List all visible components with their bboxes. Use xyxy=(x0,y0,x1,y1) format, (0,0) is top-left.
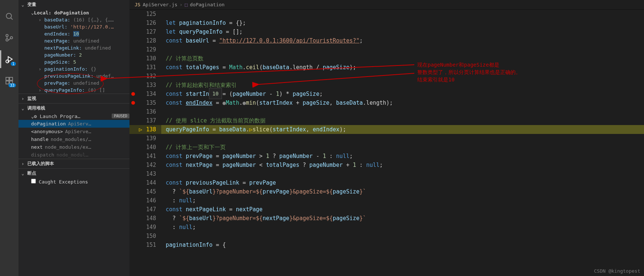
variable-row[interactable]: baseUrl: 'http://127.0.… xyxy=(18,23,129,30)
chevron-down-icon: ⌄ xyxy=(21,2,27,7)
variable-row[interactable]: pageNumber: 2 xyxy=(18,51,129,58)
chevron-right-icon: › xyxy=(21,96,27,101)
variables-section-header[interactable]: ⌄变量 xyxy=(18,0,129,9)
callstack-frame[interactable]: dispatchnode_modul… xyxy=(18,151,129,159)
watch-section-header[interactable]: ›监视 xyxy=(18,94,129,103)
breadcrumb-file[interactable]: ApiServer.js xyxy=(143,2,178,7)
method-icon: ⬚ xyxy=(185,2,188,7)
callstack-title: 调用堆栈 xyxy=(27,105,45,111)
variable-row[interactable]: prevPage: undefined xyxy=(18,80,129,87)
callstack-section-header[interactable]: ⌄调用堆栈 xyxy=(18,103,129,113)
annotation-text: 现在pageNumber和pageSize都是 整数类型了，所以分页计算结果也是… xyxy=(417,61,521,83)
svg-point-4 xyxy=(10,37,13,39)
svg-line-1 xyxy=(11,18,13,20)
svg-rect-8 xyxy=(10,77,13,80)
breakpoint-icon[interactable] xyxy=(131,92,135,96)
variable-row[interactable]: nextPageLink: undefined xyxy=(18,44,129,51)
activity-bar: 1 33 xyxy=(0,0,18,276)
variable-row[interactable]: endIndex: 10 xyxy=(18,30,129,37)
paused-badge: PAUSED xyxy=(112,114,129,118)
svg-rect-9 xyxy=(6,81,9,84)
debug-hover-tooltip: 10 xyxy=(209,88,222,99)
variable-row[interactable]: previousPageLink: undef… xyxy=(18,73,129,80)
callstack-frame[interactable]: doPaginationApiServ… xyxy=(18,120,129,128)
debug-badge: 1 xyxy=(11,62,16,66)
loaded-scripts-header[interactable]: ›已载入的脚本 xyxy=(18,159,129,168)
source-control-icon[interactable] xyxy=(0,29,18,47)
js-file-icon: JS xyxy=(135,2,141,7)
variables-title: 变量 xyxy=(27,1,36,8)
search-icon[interactable] xyxy=(0,7,18,25)
breadcrumb[interactable]: JS ApiServer.js › ⬚ doPagination xyxy=(129,0,644,10)
extensions-icon[interactable]: 33 xyxy=(0,72,18,90)
svg-rect-7 xyxy=(6,77,9,80)
editor-area: JS ApiServer.js › ⬚ doPagination 125 126… xyxy=(129,0,644,276)
chevron-right-icon: › xyxy=(21,161,27,166)
svg-point-2 xyxy=(6,34,8,37)
breakpoint-item[interactable]: Caught Exceptions xyxy=(18,178,129,185)
chevron-down-icon: ⌄ xyxy=(31,114,34,119)
svg-point-0 xyxy=(6,13,11,18)
debug-icon[interactable]: 1 xyxy=(0,50,18,68)
watch-title: 监视 xyxy=(27,95,36,102)
watermark: CSDN @kingtopest xyxy=(594,268,640,274)
chevron-down-icon: ⌄ xyxy=(21,171,27,176)
variable-row[interactable]: › queryPageInfo: (0) [] xyxy=(18,87,129,94)
variable-row[interactable]: › paginationInfo: {} xyxy=(18,65,129,73)
breakpoint-icon[interactable] xyxy=(131,101,135,105)
callstack-frame[interactable]: nextnode_modules/ex… xyxy=(18,143,129,151)
svg-point-3 xyxy=(6,39,8,41)
chevron-down-icon: ⌄ xyxy=(21,106,27,111)
loaded-scripts-title: 已载入的脚本 xyxy=(27,161,54,167)
variable-row[interactable]: › baseData: (16) [{…}, {…… xyxy=(18,16,129,23)
ext-badge: 33 xyxy=(9,83,16,87)
callstack-frame[interactable]: handlenode_modules/… xyxy=(18,135,129,143)
breadcrumb-symbol[interactable]: doPagination xyxy=(190,2,225,7)
caught-exceptions-checkbox[interactable] xyxy=(31,179,36,184)
chevron-down-icon: ⌄ xyxy=(31,10,34,16)
launch-config[interactable]: ⌄⚙ Launch Progra…PAUSED xyxy=(18,113,129,120)
current-line-icon: ▷ xyxy=(139,126,142,133)
variable-row[interactable]: nextPage: undefined xyxy=(18,37,129,44)
debug-sidebar: ⌄变量 ⌄Local: doPagination › baseData: (16… xyxy=(18,0,129,276)
variable-row[interactable]: pageSize: 5 xyxy=(18,58,129,65)
variable-scope[interactable]: ⌄Local: doPagination xyxy=(18,9,129,16)
breakpoints-header[interactable]: ⌄断点 xyxy=(18,168,129,178)
chevron-right-icon: › xyxy=(180,2,183,7)
code-editor[interactable]: 125 126let paginationInfo = {}; 127let q… xyxy=(129,10,644,249)
breakpoints-title: 断点 xyxy=(27,170,36,176)
callstack-frame[interactable]: <anonymous>ApiServe… xyxy=(18,128,129,135)
